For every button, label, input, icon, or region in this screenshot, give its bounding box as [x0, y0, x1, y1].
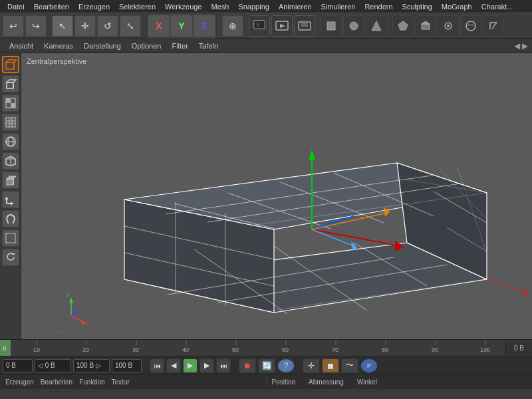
svg-marker-13	[422, 21, 430, 24]
menu-mograph[interactable]: MoGraph	[437, 1, 477, 12]
coord-btn[interactable]: ⊕	[222, 15, 243, 37]
transport-bar: 0 B ◁ 0 B 100 B ▷ 100 B ⏮ ◀ ▶ ▶ ⏭ ⏺ 🔄 ? …	[0, 356, 532, 374]
obj-btn8[interactable]	[483, 15, 504, 37]
select-tool[interactable]: ↖	[52, 15, 73, 37]
svg-text:20: 20	[82, 346, 89, 353]
obj-btn2[interactable]	[343, 15, 364, 37]
svg-rect-2	[257, 23, 259, 27]
viewport[interactable]: Zentralperspektive	[21, 53, 532, 339]
x-axis-btn[interactable]: X	[148, 15, 170, 37]
key-mode-btn[interactable]: ◼	[322, 358, 339, 373]
tool-sphere[interactable]	[2, 133, 19, 150]
svg-rect-23	[6, 98, 11, 103]
rotate-tool[interactable]: ↺	[97, 15, 118, 37]
go-start-btn[interactable]: ⏮	[150, 358, 164, 373]
total-frame-field[interactable]: 100 B	[112, 359, 142, 372]
menu-werkzeuge[interactable]: Werkzeuge	[160, 1, 206, 12]
tool-box[interactable]	[2, 75, 19, 92]
view-darstellung[interactable]: Darstellung	[78, 41, 126, 51]
undo-button[interactable]: ↩	[3, 15, 24, 37]
view-kameras[interactable]: Kameras	[39, 41, 78, 51]
svg-text:50: 50	[232, 346, 239, 353]
move-tool[interactable]: ✛	[74, 15, 96, 37]
bottom-textur[interactable]: Textur	[112, 378, 130, 386]
view-tafeln[interactable]: Tafeln	[194, 41, 223, 51]
tool-rotate[interactable]	[2, 249, 19, 266]
svg-text:100: 100	[480, 346, 490, 353]
tool-box2[interactable]	[2, 172, 19, 189]
obj-btn3[interactable]	[366, 15, 387, 37]
tool-checker[interactable]	[2, 94, 19, 112]
curve-btn[interactable]: 〜	[341, 358, 358, 373]
toolbar: ↩ ↪ ↖ ✛ ↺ ⤡ X Y Z ⊕	[0, 13, 532, 39]
menu-selektieren[interactable]: Selektieren	[114, 1, 160, 12]
tool-cube[interactable]	[2, 152, 19, 170]
view-optionen[interactable]: Optionen	[126, 41, 167, 51]
z-axis-btn[interactable]: Z	[194, 15, 215, 37]
tool-grid[interactable]	[2, 114, 19, 131]
render-btn3[interactable]	[294, 15, 315, 37]
play-btn[interactable]: ▶	[183, 358, 198, 373]
obj-btn4[interactable]	[392, 15, 414, 37]
tool-surface[interactable]	[2, 229, 19, 247]
menu-animieren[interactable]: Animieren	[274, 1, 317, 12]
render-btn2[interactable]	[271, 15, 293, 37]
current-frame-field[interactable]: 0 B	[3, 359, 33, 372]
3d-scene[interactable]: Y X Z	[21, 53, 532, 339]
bottom-funktion[interactable]: Funktion	[79, 378, 104, 386]
svg-text:Z: Z	[72, 307, 76, 314]
svg-marker-42	[11, 201, 13, 205]
timeline-area: 0 0 10 20 30 40 50 60 70	[0, 339, 532, 356]
svg-text:70: 70	[332, 346, 338, 353]
obj-btn5[interactable]	[415, 15, 436, 37]
render-btn1[interactable]	[249, 15, 270, 37]
view-nav-arrows[interactable]: ◀ ▶	[514, 41, 528, 51]
redo-button[interactable]: ↪	[25, 15, 47, 37]
go-end-btn[interactable]: ⏭	[216, 358, 231, 373]
bottom-bearbeiten[interactable]: Bearbeiten	[41, 378, 72, 386]
menu-mesh[interactable]: Mesh	[206, 1, 233, 12]
obj-btn6[interactable]	[438, 15, 459, 37]
bottom-erzeugen[interactable]: Erzeugen	[5, 378, 34, 386]
tool-arrow[interactable]	[2, 191, 19, 208]
tool-perspective[interactable]	[2, 56, 19, 73]
menu-rendern[interactable]: Rendern	[360, 1, 397, 12]
svg-rect-24	[11, 103, 15, 108]
view-ansicht[interactable]: Ansicht	[4, 41, 39, 51]
svg-text:80: 80	[382, 346, 388, 353]
y-axis-btn[interactable]: Y	[171, 15, 192, 37]
axis-group: X Y Z	[146, 13, 217, 39]
obj-btn1[interactable]	[321, 15, 342, 37]
menu-datei[interactable]: Datei	[3, 1, 29, 12]
menu-sculpting[interactable]: Sculpting	[398, 1, 437, 12]
timeline-end-label: 0 B	[505, 340, 532, 356]
bottom-winkel[interactable]: Winkel	[357, 378, 377, 386]
bottom-position[interactable]: Position	[272, 378, 296, 386]
loop-btn[interactable]: 🔄	[258, 358, 275, 373]
scale-tool[interactable]: ⤡	[120, 15, 141, 37]
obj-btn7[interactable]	[460, 15, 481, 37]
svg-text:0: 0	[3, 345, 6, 352]
end-frame-field[interactable]: 100 B ▷	[73, 359, 110, 372]
menu-charakt[interactable]: Charakt...	[477, 1, 518, 12]
timeline-track[interactable]: 0 0 10 20 30 40 50 60 70	[0, 340, 505, 356]
menu-snapping[interactable]: Snapping	[233, 1, 274, 12]
bottom-toolbar: Erzeugen Bearbeiten Funktion Textur Posi…	[0, 374, 532, 389]
next-frame-btn[interactable]: ▶	[200, 358, 214, 373]
svg-marker-17	[6, 60, 17, 63]
menu-bearbeiten[interactable]: Bearbeiten	[29, 1, 74, 12]
tool-magnet[interactable]	[2, 210, 19, 227]
left-sidebar	[0, 53, 21, 339]
record-btn[interactable]: ⏺	[239, 358, 256, 373]
add-key-btn[interactable]: ✛	[303, 358, 320, 373]
start-frame-field[interactable]: ◁ 0 B	[35, 359, 71, 372]
autokey-btn[interactable]: P	[360, 358, 378, 373]
svg-rect-110	[0, 340, 505, 356]
bottom-abmessung[interactable]: Abmessung	[309, 378, 344, 386]
view-filter[interactable]: Filter	[166, 41, 193, 51]
menu-simulieren[interactable]: Simulieren	[316, 1, 360, 12]
menu-erzeugen[interactable]: Erzeugen	[74, 1, 114, 12]
help-btn[interactable]: ?	[277, 358, 295, 373]
svg-text:10: 10	[33, 346, 40, 353]
prev-frame-btn[interactable]: ◀	[166, 358, 181, 373]
